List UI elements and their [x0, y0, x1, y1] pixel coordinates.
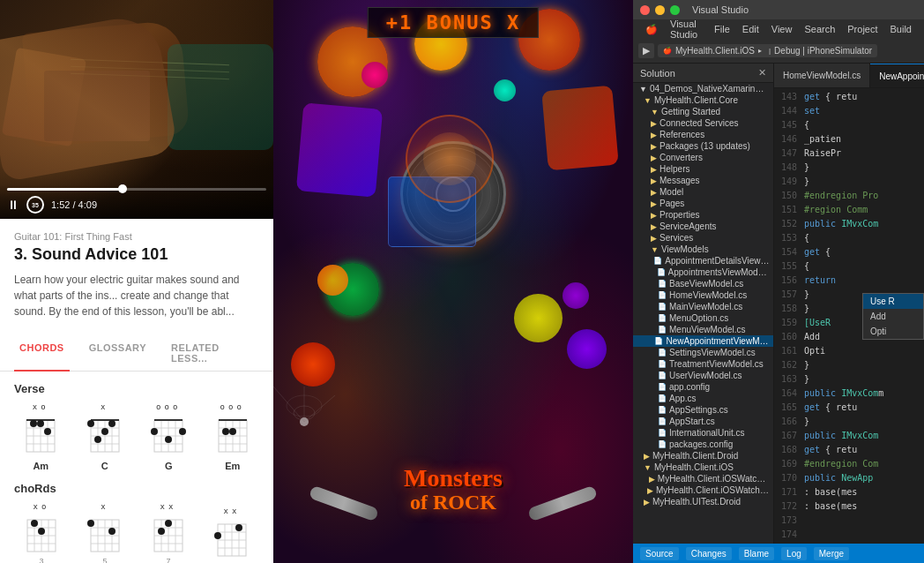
- solution-root[interactable]: ▼ 04_Demos_NativeXamarinApps (master): [633, 83, 773, 94]
- chorus-chord-3[interactable]: xx 7: [138, 502, 199, 563]
- tree-item-packages--13-updates-[interactable]: ▶Packages (13 updates): [633, 140, 773, 152]
- code-editor: HomeViewModel.cs NewAppointmentViewModel…: [774, 64, 924, 544]
- video-player[interactable]: ⏸ 35 1:52 / 4:09: [0, 0, 273, 219]
- tree-item-settingsviewmodel-cs[interactable]: 📄SettingsViewModel.cs: [633, 347, 773, 358]
- code-line-147: RaisePr: [804, 146, 920, 161]
- tree-item-properties[interactable]: ▶Properties: [633, 209, 773, 221]
- menu-file[interactable]: File: [709, 22, 735, 36]
- tree-item-connected-services[interactable]: ▶Connected Services: [633, 117, 773, 129]
- tree-item-userviewmodel-cs[interactable]: 📄UserViewModel.cs: [633, 370, 773, 381]
- tree-item-appsettings-cs[interactable]: 📄AppSettings.cs: [633, 404, 773, 416]
- tree-item-myhealth-client-ioswatchkitapp[interactable]: ▶MyHealth.Client.iOSWatchKitApp: [633, 473, 773, 484]
- chorus-chord-1[interactable]: xo 3: [11, 502, 72, 563]
- tree-item-viewmodels[interactable]: ▼ViewModels: [633, 244, 773, 255]
- menu-apple[interactable]: 🍎: [640, 22, 663, 37]
- tab-chords[interactable]: CHORDS: [14, 335, 70, 371]
- tree-item-helpers[interactable]: ▶Helpers: [633, 163, 773, 175]
- chorus-chord-2[interactable]: x 5: [74, 502, 136, 563]
- code-line-146: _patien: [804, 132, 920, 146]
- tree-label: SettingsViewModel.cs: [669, 348, 756, 357]
- folder-icon: ▶: [651, 165, 657, 174]
- code-line-177: get { retu: [804, 443, 920, 457]
- svg-point-10: [44, 428, 51, 435]
- tree-item-pages[interactable]: ▶Pages: [633, 198, 773, 209]
- tree-item-baseviewmodel-cs[interactable]: 📄BaseViewModel.cs: [633, 278, 773, 289]
- tree-item-newappointmentviewmodel-cs[interactable]: 📄NewAppointmentViewModel.cs: [633, 335, 773, 347]
- close-solution-btn[interactable]: ✕: [758, 67, 766, 79]
- code-line-167: }: [804, 372, 920, 387]
- file-icon: 📄: [657, 268, 666, 276]
- run-button[interactable]: ▶: [638, 43, 654, 58]
- tree-item-appointmentdetailsviewmodel-cs[interactable]: 📄AppointmentDetailsViewModel.cs: [633, 255, 773, 266]
- solution-tree[interactable]: ▼ 04_Demos_NativeXamarinApps (master) ▼M…: [633, 83, 773, 544]
- tree-item-appointmentsviewmodel-cs[interactable]: 📄AppointmentsViewModel.cs: [633, 266, 773, 278]
- tree-label: Model: [659, 187, 683, 197]
- svg-point-21: [94, 436, 101, 443]
- context-add[interactable]: Add: [863, 309, 923, 324]
- tree-item-menuoption-cs[interactable]: 📄MenuOption.cs: [633, 312, 773, 324]
- source-btn[interactable]: Source: [640, 547, 679, 560]
- tree-item-internationalunit-cs[interactable]: 📄InternationalUnit.cs: [633, 427, 773, 439]
- tree-item-myhealth-client-core[interactable]: ▼MyHealth.Client.Core: [633, 94, 773, 106]
- tree-label: NewAppointmentViewModel.cs: [666, 336, 770, 346]
- window-minimize-button[interactable]: [655, 5, 665, 15]
- context-use-r[interactable]: Use R: [863, 294, 923, 309]
- tree-item-menuviewmodel-cs[interactable]: 📄MenuViewModel.cs: [633, 324, 773, 335]
- solution-header: Solution ✕: [633, 64, 773, 83]
- window-maximize-button[interactable]: [670, 5, 680, 15]
- tree-item-packages-config[interactable]: 📄packages.config: [633, 439, 773, 450]
- window-close-button[interactable]: [640, 5, 650, 15]
- tree-item-mainviewmodel-cs[interactable]: 📄MainViewModel.cs: [633, 301, 773, 312]
- em-grid: [212, 413, 254, 457]
- debug-config-dropdown[interactable]: 🍎 MyHealth.Client.iOS ▸ | Debug | iPhone…: [658, 44, 877, 57]
- tree-item-myhealth-client-ioswatchkitextension[interactable]: ▶MyHealth.Client.iOSWatchKitExtension: [633, 484, 773, 496]
- tree-label: Helpers: [659, 164, 689, 174]
- tree-item-appstart-cs[interactable]: 📄AppStart.cs: [633, 416, 773, 427]
- lesson-info: Guitar 101: First Thing Fast 3. Sound Ad…: [0, 219, 273, 327]
- tree-item-myhealth-client-ios[interactable]: ▼MyHealth.Client.iOS: [633, 462, 773, 473]
- menu-view[interactable]: View: [766, 22, 798, 36]
- tree-item-treatmentviewmodel-cs[interactable]: 📄TreatmentViewModel.cs: [633, 358, 773, 370]
- changes-btn[interactable]: Changes: [686, 547, 732, 560]
- tree-item-homeviewmodel-cs[interactable]: 📄HomeViewModel.cs: [633, 289, 773, 301]
- tree-item-services[interactable]: ▶Services: [633, 232, 773, 244]
- progress-bar[interactable]: [7, 188, 266, 191]
- tree-label: AppointmentDetailsViewModel.cs: [665, 256, 770, 266]
- menu-build[interactable]: Build: [885, 22, 917, 36]
- tree-item-messages[interactable]: ▶Messages: [633, 175, 773, 186]
- log-btn[interactable]: Log: [781, 547, 807, 560]
- tree-item-app-config[interactable]: 📄app.config: [633, 381, 773, 393]
- tab-glossary[interactable]: GLOSSARY: [84, 335, 152, 371]
- menu-search[interactable]: Search: [799, 22, 840, 36]
- menu-vs[interactable]: Visual Studio: [665, 17, 707, 41]
- chord-c[interactable]: x: [75, 402, 136, 471]
- play-pause-button[interactable]: ⏸: [7, 198, 19, 212]
- context-opti[interactable]: Opti: [863, 324, 923, 339]
- tree-item-serviceagents[interactable]: ▶ServiceAgents: [633, 221, 773, 232]
- cc4-frets: xx: [224, 507, 241, 515]
- tree-item-getting-started[interactable]: ▼Getting Started: [633, 106, 773, 117]
- chord-g[interactable]: ooo G: [138, 402, 199, 471]
- tree-item-app-cs[interactable]: 📄App.cs: [633, 393, 773, 404]
- svg-point-42: [222, 428, 229, 435]
- tab-newappointment[interactable]: NewAppointmentViewModel.cs: [870, 64, 924, 87]
- folder-icon: ▶: [651, 234, 657, 243]
- solution-explorer: Solution ✕ ▼ 04_Demos_NativeXamarinApps …: [633, 64, 774, 544]
- tree-item-myhealth-client-droid[interactable]: ▶MyHealth.Client.Droid: [633, 450, 773, 462]
- menu-project[interactable]: Project: [842, 22, 883, 36]
- blame-btn[interactable]: Blame: [739, 547, 774, 560]
- merge-btn[interactable]: Merge: [814, 547, 849, 560]
- tree-item-converters[interactable]: ▶Converters: [633, 152, 773, 163]
- chord-em[interactable]: ooo Em: [203, 402, 264, 471]
- chorus-chord-4[interactable]: xx: [201, 507, 263, 561]
- g-grid: [147, 413, 190, 457]
- tab-homeviewmodel[interactable]: HomeViewModel.cs: [774, 64, 870, 87]
- menu-edit[interactable]: Edit: [737, 22, 764, 36]
- chord-am[interactable]: xo: [11, 402, 71, 471]
- skip-forward-button[interactable]: 35: [26, 196, 44, 214]
- tree-item-model[interactable]: ▶Model: [633, 186, 773, 198]
- tree-item-myhealth-uitest-droid[interactable]: ▶MyHealth.UITest.Droid: [633, 496, 773, 507]
- tree-item-references[interactable]: ▶References: [633, 129, 773, 140]
- tab-related[interactable]: RELATED LESS...: [166, 335, 245, 371]
- cc1-frets: xo: [34, 502, 50, 511]
